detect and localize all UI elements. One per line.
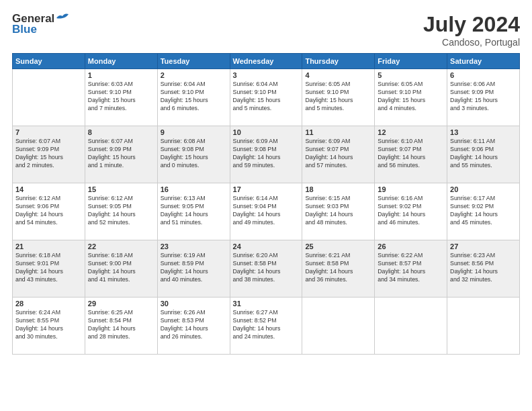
day-number: 1 [88,71,154,79]
logo-blue-text: Blue [12,23,37,36]
day-info: Sunrise: 6:05 AM Sunset: 9:10 PM Dayligh… [378,81,444,113]
calendar-header-row: Sunday Monday Tuesday Wednesday Thursday… [13,54,520,69]
day-number: 23 [161,242,227,250]
day-info: Sunrise: 6:22 AM Sunset: 8:57 PM Dayligh… [378,252,444,284]
table-row: 18Sunrise: 6:15 AM Sunset: 9:03 PM Dayli… [302,183,375,240]
col-sunday: Sunday [13,54,85,69]
day-info: Sunrise: 6:11 AM Sunset: 9:06 PM Dayligh… [450,138,517,170]
day-number: 22 [88,242,154,250]
table-row: 7Sunrise: 6:07 AM Sunset: 9:09 PM Daylig… [13,126,85,183]
day-info: Sunrise: 6:27 AM Sunset: 8:52 PM Dayligh… [233,309,300,341]
table-row: 23Sunrise: 6:19 AM Sunset: 8:59 PM Dayli… [157,240,230,298]
day-number: 15 [88,185,154,193]
col-friday: Friday [375,54,447,69]
day-info: Sunrise: 6:14 AM Sunset: 9:04 PM Dayligh… [233,195,300,227]
day-info: Sunrise: 6:13 AM Sunset: 9:05 PM Dayligh… [161,195,227,227]
day-info: Sunrise: 6:04 AM Sunset: 9:10 PM Dayligh… [161,81,227,113]
day-number: 8 [88,128,154,136]
table-row: 17Sunrise: 6:14 AM Sunset: 9:04 PM Dayli… [230,183,302,240]
day-number: 17 [233,185,300,193]
day-info: Sunrise: 6:08 AM Sunset: 9:08 PM Dayligh… [161,138,227,170]
day-info: Sunrise: 6:18 AM Sunset: 9:01 PM Dayligh… [15,252,82,284]
day-info: Sunrise: 6:12 AM Sunset: 9:05 PM Dayligh… [88,195,154,227]
table-row: 27Sunrise: 6:23 AM Sunset: 8:56 PM Dayli… [447,240,520,298]
logo: General Blue [12,12,69,36]
day-number: 30 [161,300,227,308]
table-row: 9Sunrise: 6:08 AM Sunset: 9:08 PM Daylig… [157,126,230,183]
table-row: 13Sunrise: 6:11 AM Sunset: 9:06 PM Dayli… [447,126,520,183]
col-saturday: Saturday [447,54,520,69]
day-number: 5 [378,71,444,79]
col-thursday: Thursday [302,54,375,69]
table-row [447,298,520,355]
day-info: Sunrise: 6:19 AM Sunset: 8:59 PM Dayligh… [161,252,227,284]
day-info: Sunrise: 6:06 AM Sunset: 9:09 PM Dayligh… [450,81,517,113]
table-row: 26Sunrise: 6:22 AM Sunset: 8:57 PM Dayli… [375,240,447,298]
day-info: Sunrise: 6:07 AM Sunset: 9:09 PM Dayligh… [88,138,154,170]
table-row: 25Sunrise: 6:21 AM Sunset: 8:58 PM Dayli… [302,240,375,298]
day-info: Sunrise: 6:24 AM Sunset: 8:55 PM Dayligh… [15,309,82,341]
page: General Blue July 2024 Candoso, Portugal… [0,0,532,411]
day-number: 11 [305,128,371,136]
table-row: 10Sunrise: 6:09 AM Sunset: 9:08 PM Dayli… [230,126,302,183]
day-info: Sunrise: 6:26 AM Sunset: 8:53 PM Dayligh… [161,309,227,341]
table-row: 3Sunrise: 6:04 AM Sunset: 9:10 PM Daylig… [230,69,302,126]
day-number: 28 [15,300,82,308]
table-row [302,298,375,355]
day-number: 19 [378,185,444,193]
header: General Blue July 2024 Candoso, Portugal [12,12,520,48]
col-wednesday: Wednesday [230,54,302,69]
table-row: 5Sunrise: 6:05 AM Sunset: 9:10 PM Daylig… [375,69,447,126]
day-info: Sunrise: 6:25 AM Sunset: 8:54 PM Dayligh… [88,309,154,341]
day-number: 24 [233,242,300,250]
day-number: 29 [88,300,154,308]
day-info: Sunrise: 6:23 AM Sunset: 8:56 PM Dayligh… [450,252,517,284]
location: Candoso, Portugal [423,37,520,48]
calendar-week-row: 7Sunrise: 6:07 AM Sunset: 9:09 PM Daylig… [13,126,520,183]
calendar-week-row: 14Sunrise: 6:12 AM Sunset: 9:06 PM Dayli… [13,183,520,240]
day-info: Sunrise: 6:17 AM Sunset: 9:02 PM Dayligh… [450,195,517,227]
day-number: 20 [450,185,517,193]
month-year: July 2024 [423,12,520,37]
table-row: 28Sunrise: 6:24 AM Sunset: 8:55 PM Dayli… [13,298,85,355]
table-row: 4Sunrise: 6:05 AM Sunset: 9:10 PM Daylig… [302,69,375,126]
table-row: 15Sunrise: 6:12 AM Sunset: 9:05 PM Dayli… [85,183,157,240]
logo-bird-icon [56,13,69,24]
day-number: 27 [450,242,517,250]
table-row: 2Sunrise: 6:04 AM Sunset: 9:10 PM Daylig… [157,69,230,126]
table-row: 22Sunrise: 6:18 AM Sunset: 9:00 PM Dayli… [85,240,157,298]
day-number: 3 [233,71,300,79]
table-row: 19Sunrise: 6:16 AM Sunset: 9:02 PM Dayli… [375,183,447,240]
day-number: 4 [305,71,371,79]
day-number: 13 [450,128,517,136]
day-number: 21 [15,242,82,250]
table-row: 29Sunrise: 6:25 AM Sunset: 8:54 PM Dayli… [85,298,157,355]
table-row: 1Sunrise: 6:03 AM Sunset: 9:10 PM Daylig… [85,69,157,126]
table-row: 6Sunrise: 6:06 AM Sunset: 9:09 PM Daylig… [447,69,520,126]
day-number: 25 [305,242,371,250]
day-info: Sunrise: 6:16 AM Sunset: 9:02 PM Dayligh… [378,195,444,227]
day-info: Sunrise: 6:12 AM Sunset: 9:06 PM Dayligh… [15,195,82,227]
day-info: Sunrise: 6:03 AM Sunset: 9:10 PM Dayligh… [88,81,154,113]
day-info: Sunrise: 6:18 AM Sunset: 9:00 PM Dayligh… [88,252,154,284]
day-number: 14 [15,185,82,193]
table-row: 20Sunrise: 6:17 AM Sunset: 9:02 PM Dayli… [447,183,520,240]
day-info: Sunrise: 6:09 AM Sunset: 9:08 PM Dayligh… [233,138,300,170]
col-tuesday: Tuesday [157,54,230,69]
day-number: 10 [233,128,300,136]
calendar-week-row: 28Sunrise: 6:24 AM Sunset: 8:55 PM Dayli… [13,298,520,355]
day-number: 16 [161,185,227,193]
table-row: 21Sunrise: 6:18 AM Sunset: 9:01 PM Dayli… [13,240,85,298]
table-row: 8Sunrise: 6:07 AM Sunset: 9:09 PM Daylig… [85,126,157,183]
table-row: 16Sunrise: 6:13 AM Sunset: 9:05 PM Dayli… [157,183,230,240]
day-number: 31 [233,300,300,308]
day-info: Sunrise: 6:20 AM Sunset: 8:58 PM Dayligh… [233,252,300,284]
day-number: 7 [15,128,82,136]
day-number: 12 [378,128,444,136]
table-row [13,69,85,126]
calendar-week-row: 1Sunrise: 6:03 AM Sunset: 9:10 PM Daylig… [13,69,520,126]
day-info: Sunrise: 6:07 AM Sunset: 9:09 PM Dayligh… [15,138,82,170]
table-row: 30Sunrise: 6:26 AM Sunset: 8:53 PM Dayli… [157,298,230,355]
day-info: Sunrise: 6:05 AM Sunset: 9:10 PM Dayligh… [305,81,371,113]
title-block: July 2024 Candoso, Portugal [423,12,520,48]
